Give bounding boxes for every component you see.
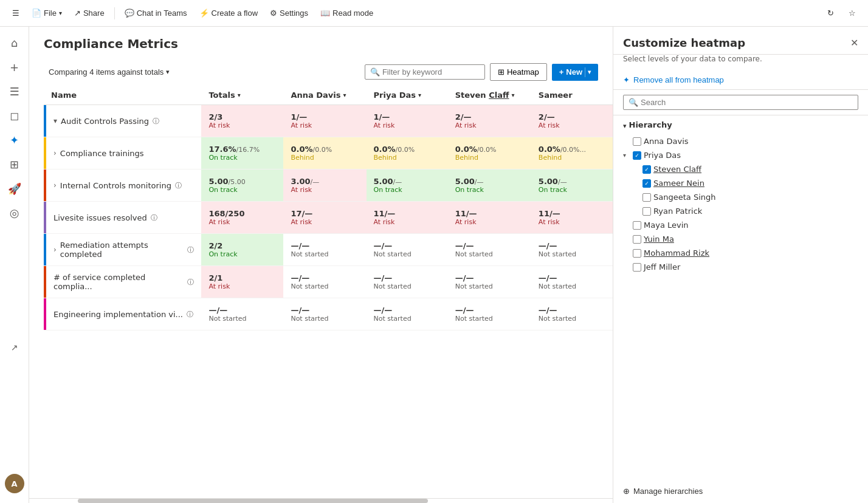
star-button[interactable]: ☆ xyxy=(844,6,861,20)
info-icon[interactable]: ⓘ xyxy=(153,117,159,126)
cell-priya_das: —/—Not started xyxy=(367,234,448,265)
cell-status-label: Not started xyxy=(291,315,359,323)
chat-teams-button[interactable]: 💬 Chat in Teams xyxy=(120,6,192,20)
nav-pages-icon[interactable]: ☰ xyxy=(4,80,26,102)
cell-status-label: At risk xyxy=(291,121,359,129)
nav-grid-icon[interactable]: ◻ xyxy=(4,104,26,126)
cell-status-label: On track xyxy=(208,154,276,162)
cell-main-value: 168/250 xyxy=(208,209,276,218)
horizontal-scrollbar[interactable] xyxy=(78,499,428,503)
filter-button[interactable]: Comparing 4 items against totals ▾ xyxy=(44,65,174,79)
tree-item-label: Ryan Patrick xyxy=(653,207,702,216)
avatar[interactable]: A xyxy=(5,474,24,493)
tree-item-jeff-miller[interactable]: Jeff Miller xyxy=(623,260,858,274)
cell-status-label: Not started xyxy=(291,250,359,258)
plus-icon: + xyxy=(559,67,564,77)
expand-icon[interactable]: › xyxy=(53,181,57,190)
nav-metrics-icon[interactable]: ✦ xyxy=(4,129,26,151)
cell-main-value: —/— xyxy=(291,241,359,250)
col-header-priya-das[interactable]: Priya Das ▾ xyxy=(367,86,448,105)
nav-home-icon[interactable]: ⌂ xyxy=(4,32,26,53)
col-header-totals[interactable]: Totals ▾ xyxy=(201,86,283,105)
heatmap-button[interactable]: ⊞ Heatmap xyxy=(490,63,547,81)
cell-main-value: 0.0%/0.0% xyxy=(455,145,524,154)
hierarchy-collapse-icon[interactable]: ▾ xyxy=(623,122,627,130)
info-icon[interactable]: ⓘ xyxy=(175,181,182,190)
nav-rocket-icon[interactable]: 🚀 xyxy=(4,177,26,199)
tree-item-mohammad-rizk[interactable]: Mohammad Rizk xyxy=(623,246,858,260)
col-header-steven-claff[interactable]: Steven Claff ▾ xyxy=(448,86,531,105)
nav-apps-icon[interactable]: ⊞ xyxy=(4,153,26,175)
tree-item-yuin-ma[interactable]: Yuin Ma xyxy=(623,232,858,246)
nav-viva-icon[interactable]: ◎ xyxy=(4,202,26,224)
remove-all-button[interactable]: ✦ Remove all from heatmap xyxy=(613,70,868,90)
manage-icon: ⊕ xyxy=(623,487,630,496)
tree-checkbox[interactable] xyxy=(633,263,641,272)
expand-icon[interactable]: › xyxy=(53,245,57,254)
col-header-anna-davis[interactable]: Anna Davis ▾ xyxy=(283,86,366,105)
tree-checkbox[interactable]: ✓ xyxy=(633,151,641,160)
tree-item-label: Jeff Miller xyxy=(644,262,680,272)
table-row: Engineering implementation vi...ⓘ—/—Not … xyxy=(44,298,613,330)
new-button[interactable]: + New ▾ xyxy=(552,64,598,81)
panel-search-icon: 🔍 xyxy=(629,98,638,107)
separator-1 xyxy=(114,7,115,19)
tree-checkbox[interactable] xyxy=(633,137,641,146)
info-icon[interactable]: ⓘ xyxy=(187,245,194,255)
cell-totals: —/—Not started xyxy=(201,298,283,330)
cell-main-value: 0.0%/0.0% xyxy=(291,145,359,154)
tree-checkbox[interactable] xyxy=(642,193,651,202)
nav-external-icon[interactable]: ↗ xyxy=(4,337,26,358)
filter-input[interactable] xyxy=(382,67,480,77)
tree-item-ryan-patrick[interactable]: Ryan Patrick xyxy=(623,204,858,218)
nav-add-icon[interactable]: + xyxy=(4,56,26,78)
panel-close-button[interactable]: ✕ xyxy=(850,37,858,49)
info-icon[interactable]: ⓘ xyxy=(187,310,193,319)
row-name-label: # of service completed complia... xyxy=(53,273,184,291)
tree-checkbox[interactable] xyxy=(633,249,641,258)
info-icon[interactable]: ⓘ xyxy=(187,278,194,287)
tree-checkbox[interactable]: ✓ xyxy=(642,179,651,188)
read-mode-button[interactable]: 📖 Read mode xyxy=(315,6,378,20)
tree-checkbox[interactable] xyxy=(633,235,641,244)
table-row: ›Internal Controls monitoringⓘ5.00/5.00O… xyxy=(44,169,613,202)
tree-checkbox[interactable]: ✓ xyxy=(642,165,651,174)
panel-search-input[interactable] xyxy=(641,98,853,107)
refresh-button[interactable]: ↻ xyxy=(822,6,839,20)
cell-status-label: On track xyxy=(208,186,276,194)
settings-button[interactable]: ⚙ Settings xyxy=(265,6,313,20)
cell-sameer: 2/—At risk xyxy=(531,105,613,137)
cell-main-value: 0.0%/0.0% xyxy=(374,145,441,154)
create-flow-button[interactable]: ⚡ Create a flow xyxy=(195,6,263,20)
cell-status-label: Not started xyxy=(539,282,605,290)
expand-icon[interactable]: › xyxy=(53,149,57,157)
hamburger-menu[interactable]: ☰ xyxy=(7,6,24,20)
cell-status-label: Not started xyxy=(539,315,605,323)
tree-item-label: Yuin Ma xyxy=(644,234,674,244)
cell-anna_davis: —/—Not started xyxy=(283,266,366,298)
col-header-sameer[interactable]: Sameer xyxy=(531,86,613,105)
cell-totals: 2/2On track xyxy=(201,234,283,265)
customize-heatmap-panel: Customize heatmap ✕ Select levels of you… xyxy=(613,27,868,503)
manage-hierarchies-button[interactable]: ⊕ Manage hierarchies xyxy=(613,479,868,503)
tree-checkbox[interactable] xyxy=(633,221,641,230)
cell-steven_claff: 0.0%/0.0%Behind xyxy=(448,137,531,169)
cell-main-value: —/— xyxy=(208,306,276,315)
tree-item-sameer-nein[interactable]: ✓Sameer Nein xyxy=(623,176,858,190)
tree-checkbox[interactable] xyxy=(642,207,651,216)
new-btn-divider xyxy=(585,67,585,77)
tree-item-sangeeta-singh[interactable]: Sangeeta Singh xyxy=(623,190,858,204)
tree-item-anna-davis[interactable]: Anna Davis xyxy=(623,134,858,148)
cell-main-value: —/— xyxy=(291,273,359,282)
panel-subtitle: Select levels of your data to compare. xyxy=(613,55,868,70)
file-button[interactable]: 📄 File ▾ xyxy=(27,6,67,20)
tree-item-priya-das[interactable]: ▾✓Priya Das xyxy=(623,148,858,162)
expand-icon[interactable]: ▾ xyxy=(53,117,57,125)
info-icon[interactable]: ⓘ xyxy=(151,213,157,222)
tree-item-label: Sangeeta Singh xyxy=(653,193,716,202)
share-button[interactable]: ↗ Share xyxy=(69,6,109,20)
tree-item-steven-claff[interactable]: ✓Steven Claff xyxy=(623,162,858,176)
tree-item-maya-levin[interactable]: Maya Levin xyxy=(623,218,858,232)
share-icon: ↗ xyxy=(74,9,81,18)
cell-status-label: Behind xyxy=(539,154,605,162)
